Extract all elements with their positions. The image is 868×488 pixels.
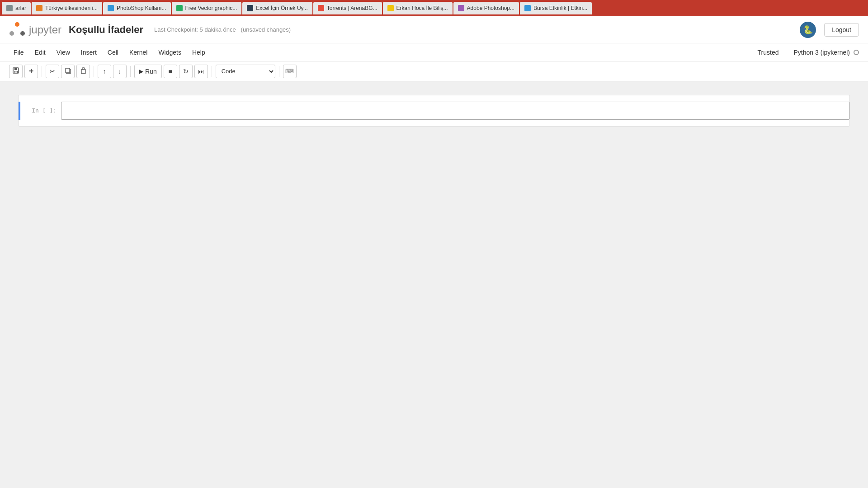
logout-button[interactable]: Logout (824, 23, 859, 37)
cut-button[interactable]: ✂ (46, 65, 59, 78)
menu-kernel[interactable]: Kernel (125, 47, 152, 58)
menu-view[interactable]: View (52, 47, 75, 58)
tab-favicon-7 (458, 5, 464, 11)
header-right: 🐍 Logout (799, 21, 859, 39)
restart-button[interactable]: ↻ (179, 65, 193, 78)
keyboard-icon: ⌨ (285, 68, 294, 75)
svg-rect-8 (14, 71, 17, 73)
tab-favicon-1 (36, 5, 42, 11)
browser-tab-4[interactable]: Excel İçin Örnek Uy... (242, 2, 312, 14)
add-cell-button[interactable]: + (24, 65, 38, 78)
jupyter-brand-text: jupyter (29, 23, 61, 36)
browser-tab-6[interactable]: Erkan Hoca İle Biliş... (383, 2, 453, 14)
browser-tab-7[interactable]: Adobe Photoshop... (453, 2, 519, 14)
toolbar-separator-4 (212, 66, 212, 77)
copy-icon (65, 67, 71, 75)
trusted-badge[interactable]: Trusted (758, 49, 779, 56)
browser-tab-1[interactable]: Türkiye ülkesinden i... (32, 2, 102, 14)
toolbar-separator-1 (42, 66, 42, 77)
move-down-button[interactable]: ↓ (113, 65, 127, 78)
tab-label-2: PhotoShop Kullanı... (117, 5, 166, 11)
save-button[interactable] (9, 65, 23, 78)
arrow-down-icon: ↓ (118, 68, 122, 75)
menu-file[interactable]: File (9, 47, 28, 58)
tab-label-1: Türkiye ülkesinden i... (45, 5, 98, 11)
tab-label-7: Adobe Photoshop... (467, 5, 514, 11)
cell-input-0[interactable] (61, 102, 849, 120)
menu-edit[interactable]: Edit (30, 47, 50, 58)
svg-rect-6 (14, 68, 17, 70)
scissors-icon: ✂ (50, 68, 55, 75)
jupyter-logo[interactable]: jupyter (9, 22, 61, 38)
cell-0: In [ ]: (19, 102, 849, 120)
browser-tab-bar: arlar Türkiye ülkesinden i... PhotoShop … (0, 0, 868, 16)
menu-insert[interactable]: Insert (76, 47, 101, 58)
notebook-container: In [ ]: (18, 95, 850, 127)
toolbar: + ✂ ↑ ↓ ▶ Run ■ ↻ ⏭ Code Markdown Raw NB… (0, 61, 868, 81)
svg-rect-10 (66, 68, 70, 73)
jupyter-logo-icon (9, 22, 25, 38)
browser-tab-8[interactable]: Bursa Etkinlik | Etkin... (520, 2, 592, 14)
svg-text:🐍: 🐍 (803, 25, 813, 35)
svg-point-1 (9, 31, 14, 36)
tab-favicon-3 (176, 5, 183, 11)
tab-label-6: Erkan Hoca İle Biliş... (396, 5, 448, 11)
main-content: In [ ]: (0, 81, 868, 465)
save-icon (12, 67, 19, 75)
tab-favicon-2 (108, 5, 114, 11)
kernel-status-circle (854, 50, 859, 55)
toolbar-separator-3 (130, 66, 131, 77)
toolbar-separator-2 (94, 66, 94, 77)
copy-button[interactable] (61, 65, 75, 78)
menu-help[interactable]: Help (188, 47, 210, 58)
tab-label-0: arlar (15, 5, 26, 11)
run-button[interactable]: ▶ Run (134, 65, 162, 78)
kernel-info: Python 3 (ipykernel) (786, 49, 859, 56)
jupyter-header: jupyter Koşullu İfadeler Last Checkpoint… (0, 16, 868, 43)
menu-bar: File Edit View Insert Cell Kernel Widget… (0, 43, 868, 61)
tab-favicon-8 (524, 5, 531, 11)
stop-button[interactable]: ■ (164, 65, 177, 78)
menu-widgets[interactable]: Widgets (154, 47, 186, 58)
move-up-button[interactable]: ↑ (98, 65, 111, 78)
browser-tab-0[interactable]: arlar (2, 2, 31, 14)
browser-tab-5[interactable]: Torrents | ArenaBG... (313, 2, 382, 14)
browser-tab-3[interactable]: Free Vector graphic... (172, 2, 242, 14)
tab-label-3: Free Vector graphic... (185, 5, 237, 11)
stop-icon: ■ (168, 68, 172, 75)
toolbar-separator-5 (279, 66, 279, 77)
paste-button[interactable] (76, 65, 90, 78)
svg-rect-12 (82, 68, 85, 70)
restart-icon: ↻ (183, 68, 189, 75)
checkpoint-info: Last Checkpoint: 5 dakika önce (unsaved … (154, 26, 291, 33)
python-logo-icon: 🐍 (799, 21, 817, 39)
run-label: Run (145, 68, 157, 75)
cell-prompt-0: In [ ]: (20, 102, 61, 120)
cell-type-select[interactable]: Code Markdown Raw NBConvert Heading (216, 65, 275, 78)
browser-tab-2[interactable]: PhotoShop Kullanı... (103, 2, 170, 14)
play-icon: ▶ (139, 68, 143, 75)
kernel-name-text: Python 3 (ipykernel) (793, 49, 850, 56)
tab-label-8: Bursa Etkinlik | Etkin... (533, 5, 587, 11)
svg-point-0 (15, 22, 19, 27)
tab-label-5: Torrents | ArenaBG... (327, 5, 377, 11)
keyboard-shortcuts-button[interactable]: ⌨ (283, 65, 297, 78)
notebook-title[interactable]: Koşullu İfadeler (69, 24, 143, 36)
tab-label-4: Excel İçin Örnek Uy... (256, 5, 307, 11)
tab-favicon-4 (247, 5, 253, 11)
restart-run-button[interactable]: ⏭ (194, 65, 208, 78)
tab-favicon-0 (6, 5, 13, 11)
fast-forward-icon: ⏭ (198, 68, 204, 75)
menu-right: Trusted Python 3 (ipykernel) (758, 49, 859, 56)
arrow-up-icon: ↑ (103, 68, 106, 75)
plus-icon: + (29, 66, 34, 76)
tab-favicon-5 (318, 5, 324, 11)
tab-favicon-6 (387, 5, 394, 11)
menu-cell[interactable]: Cell (103, 47, 123, 58)
paste-icon (80, 67, 87, 75)
svg-point-2 (20, 31, 25, 36)
